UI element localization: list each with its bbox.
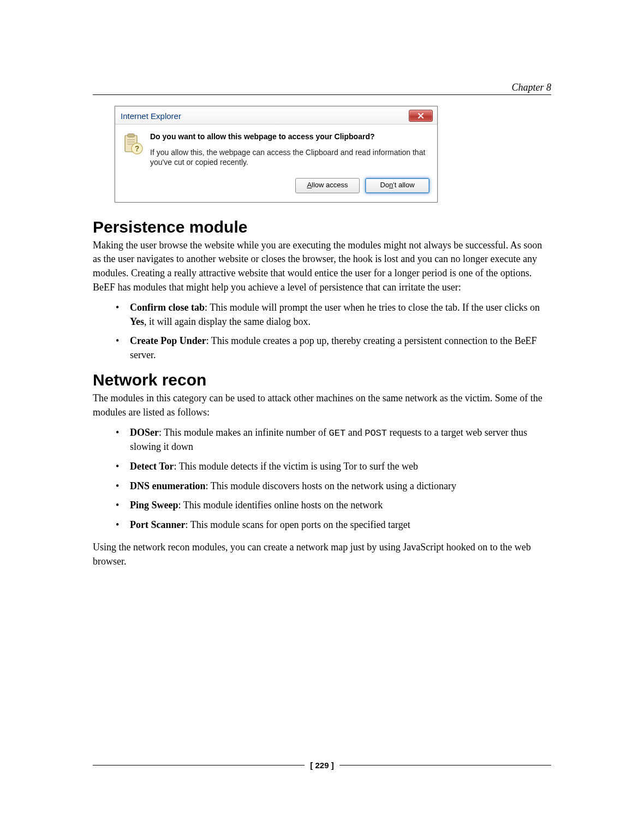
- network-heading: Network recon: [93, 371, 551, 389]
- dialog-text-col: Do you want to allow this webpage to acc…: [150, 132, 430, 167]
- book-page: Chapter 8 Internet Explorer: [0, 0, 644, 819]
- item-bold: Create Pop Under: [130, 335, 206, 346]
- dialog-button-row: Allow access Don't allow: [115, 170, 437, 202]
- network-list: DOSer: This module makes an infinite num…: [93, 426, 551, 532]
- close-button[interactable]: [409, 110, 433, 122]
- dont-rest: 't allow: [393, 181, 414, 189]
- chapter-header: Chapter 8: [93, 82, 551, 95]
- page-footer: [ 229 ]: [93, 761, 551, 770]
- item-bold: DNS enumeration: [130, 480, 206, 491]
- code-post: POST: [365, 428, 387, 438]
- item-text: : This module discovers hosts on the net…: [206, 480, 457, 491]
- dialog-heading: Do you want to allow this webpage to acc…: [150, 132, 430, 142]
- dialog-body: ? Do you want to allow this webpage to a…: [115, 124, 437, 170]
- list-item: DOSer: This module makes an infinite num…: [118, 426, 551, 454]
- allow-underline: A: [307, 181, 312, 189]
- item-text: : This module will prompt the user when …: [205, 302, 540, 313]
- close-icon: [418, 112, 424, 119]
- network-intro: The modules in this category can be used…: [93, 391, 551, 419]
- item-text: : This module scans for open ports on th…: [185, 519, 410, 530]
- footer-rule-right: [339, 765, 551, 765]
- item-bold: Confirm close tab: [130, 302, 205, 313]
- yes-bold: Yes: [130, 316, 144, 327]
- item-text2: , it will again display the same dialog …: [144, 316, 311, 327]
- allow-rest: llow access: [312, 181, 348, 189]
- persistence-intro: Making the user browse the website while…: [93, 239, 551, 294]
- item-bold: Port Scanner: [130, 519, 185, 530]
- dont-allow-button[interactable]: Don't allow: [365, 178, 430, 193]
- code-get: GET: [329, 428, 346, 438]
- dialog-screenshot: Internet Explorer ?: [115, 106, 551, 203]
- dialog-message: If you allow this, the webpage can acces…: [150, 147, 430, 167]
- clipboard-question-icon: ?: [122, 132, 144, 167]
- item-text-mid: and: [345, 427, 365, 438]
- item-text: : This module makes an infinite number o…: [159, 427, 329, 438]
- list-item: Port Scanner: This module scans for open…: [118, 518, 551, 532]
- allow-access-button[interactable]: Allow access: [295, 178, 360, 193]
- ie-dialog: Internet Explorer ?: [115, 106, 438, 203]
- persistence-heading: Persistence module: [93, 218, 551, 236]
- svg-text:?: ?: [135, 144, 140, 153]
- dialog-title: Internet Explorer: [121, 111, 181, 121]
- footer-rule-left: [93, 765, 305, 765]
- item-bold: DOSer: [130, 427, 159, 438]
- chapter-label: Chapter 8: [511, 82, 551, 93]
- list-item: Confirm close tab: This module will prom…: [118, 301, 551, 329]
- item-text: : This module identifies online hosts on…: [178, 500, 383, 511]
- item-bold: Detect Tor: [130, 461, 174, 472]
- list-item: DNS enumeration: This module discovers h…: [118, 479, 551, 494]
- dialog-titlebar: Internet Explorer: [115, 106, 437, 124]
- list-item: Ping Sweep: This module identifies onlin…: [118, 498, 551, 513]
- page-number: [ 229 ]: [310, 761, 333, 770]
- persistence-list: Confirm close tab: This module will prom…: [93, 301, 551, 362]
- svg-rect-1: [128, 134, 134, 137]
- item-bold: Ping Sweep: [130, 500, 178, 511]
- item-text: : This module detects if the victim is u…: [174, 461, 418, 472]
- list-item: Create Pop Under: This module creates a …: [118, 334, 551, 362]
- list-item: Detect Tor: This module detects if the v…: [118, 460, 551, 474]
- dont-prefix: Do: [380, 181, 389, 189]
- network-outro: Using the network recon modules, you can…: [93, 541, 551, 568]
